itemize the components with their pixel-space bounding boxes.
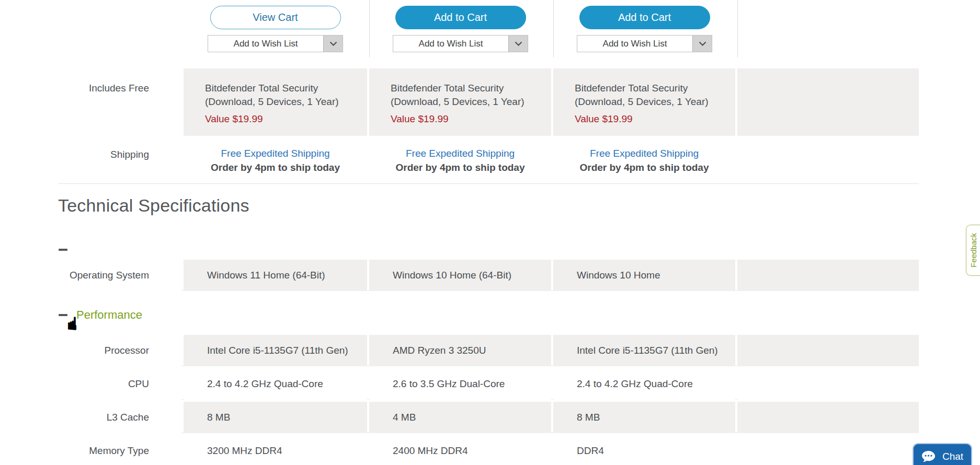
product-actions-empty	[737, 0, 919, 57]
spec-label: Operating System	[58, 260, 181, 291]
add-to-wishlist-control: Add to Wish List	[577, 35, 712, 52]
row-value-cell: Bitdefender Total Security(Download, 5 D…	[369, 68, 551, 136]
product-bonus-line: (Download, 5 Devices, 1 Year)	[205, 95, 346, 109]
spec-value: Intel Core i5-1135G7 (11th Gen)	[553, 335, 735, 366]
section-header	[58, 249, 919, 251]
add-to-wishlist-control: Add to Wish List	[393, 35, 528, 52]
product-bonus-line: Bitdefender Total Security	[575, 82, 714, 95]
spec-empty-cell	[737, 435, 919, 465]
spec-row: CPU2.4 to 4.2 GHz Quad-Core2.6 to 3.5 GH…	[58, 368, 919, 400]
chat-bubble-icon	[921, 450, 936, 463]
row-value-cell: Bitdefender Total Security(Download, 5 D…	[184, 68, 367, 136]
spec-row: Memory Type3200 MHz DDR42400 MHz DDR4DDR…	[58, 435, 919, 465]
shipping-cutoff-note: Order by 4pm to ship today	[553, 162, 735, 173]
spec-value: DDR4	[553, 435, 735, 465]
row-value-cell: Bitdefender Total Security(Download, 5 D…	[553, 68, 735, 136]
spec-empty-cell	[737, 368, 919, 400]
chat-button-label: Chat	[942, 451, 963, 462]
spec-value: Windows 11 Home (64-Bit)	[184, 260, 367, 291]
add-to-wishlist-button[interactable]: Add to Wish List	[393, 36, 508, 52]
bonus-value-text: Value $19.99	[205, 113, 346, 125]
chevron-down-icon	[515, 41, 522, 46]
spec-label: CPU	[58, 368, 181, 400]
spec-row: L3 Cache8 MB4 MB8 MB	[58, 402, 919, 433]
row-value-cell: Free Expedited ShippingOrder by 4pm to s…	[553, 138, 735, 183]
spec-row: ProcessorIntel Core i5-1135G7 (11th Gen)…	[58, 335, 919, 366]
spec-value: AMD Ryzen 3 3250U	[369, 335, 551, 366]
page-title: Technical Specifications	[58, 194, 919, 217]
spec-value: 3200 MHz DDR4	[184, 435, 367, 465]
free-expedited-shipping-link[interactable]: Free Expedited Shipping	[221, 148, 329, 159]
free-expedited-shipping-link[interactable]: Free Expedited Shipping	[406, 148, 515, 159]
spec-value: 2.6 to 3.5 GHz Dual-Core	[369, 368, 551, 400]
product-actions-column: View CartAdd to Wish List	[184, 0, 367, 57]
add-to-wishlist-button[interactable]: Add to Wish List	[208, 36, 323, 52]
bonus-value-text: Value $19.99	[575, 113, 714, 125]
bonus-value-text: Value $19.99	[391, 113, 530, 125]
feedback-tab-label: Feedback	[969, 233, 978, 268]
spec-label: Processor	[58, 335, 181, 366]
spec-label: L3 Cache	[58, 402, 181, 433]
spec-empty-cell	[737, 402, 919, 433]
section-collapse-toggle[interactable]	[59, 249, 67, 251]
free-expedited-shipping-link[interactable]: Free Expedited Shipping	[590, 148, 699, 159]
product-comparison-page: { "colors": { "accent_blue": "#1e95c8", …	[0, 0, 980, 465]
row-label: Includes Free	[58, 68, 181, 136]
spec-value: Windows 10 Home	[553, 260, 735, 291]
wishlist-dropdown-toggle[interactable]	[692, 36, 712, 52]
spec-value: 2.4 to 4.2 GHz Quad-Core	[553, 368, 735, 400]
wishlist-dropdown-toggle[interactable]	[323, 36, 343, 52]
section-header: Performance	[58, 307, 919, 323]
comparison-table: View CartAdd to Wish ListAdd to CartAdd …	[58, 0, 919, 465]
spec-value: Windows 10 Home (64-Bit)	[369, 260, 551, 291]
add-to-wishlist-button[interactable]: Add to Wish List	[577, 36, 692, 52]
spec-value: 8 MB	[553, 402, 735, 433]
row-value-cell: Free Expedited ShippingOrder by 4pm to s…	[369, 138, 551, 183]
spec-value: Intel Core i5-1135G7 (11th Gen)	[184, 335, 367, 366]
shipping-cutoff-note: Order by 4pm to ship today	[184, 162, 367, 173]
add-to-cart-button[interactable]: Add to Cart	[395, 6, 526, 29]
shipping-row: ShippingFree Expedited ShippingOrder by …	[58, 138, 919, 184]
product-actions-band: View CartAdd to Wish ListAdd to CartAdd …	[58, 0, 919, 68]
spec-value: 4 MB	[369, 402, 551, 433]
shipping-cutoff-note: Order by 4pm to ship today	[369, 162, 551, 173]
includes-free-row: Includes FreeBitdefender Total Security(…	[58, 68, 919, 136]
wishlist-dropdown-toggle[interactable]	[508, 36, 528, 52]
spec-value: 2.4 to 4.2 GHz Quad-Core	[184, 368, 367, 400]
spec-empty-cell	[737, 260, 919, 291]
add-to-wishlist-control: Add to Wish List	[208, 35, 343, 52]
add-to-cart-button[interactable]: Add to Cart	[579, 6, 710, 29]
row-label: Shipping	[58, 138, 181, 183]
section-collapse-toggle[interactable]	[59, 314, 67, 316]
product-actions-column: Add to CartAdd to Wish List	[369, 0, 551, 57]
spec-value: 8 MB	[184, 402, 367, 433]
spec-empty-cell	[737, 335, 919, 366]
spec-value: 2400 MHz DDR4	[369, 435, 551, 465]
chevron-down-icon	[329, 41, 337, 46]
row-value-cell: Free Expedited ShippingOrder by 4pm to s…	[184, 138, 367, 183]
row-empty-cell	[737, 138, 919, 183]
feedback-tab[interactable]: Feedback	[966, 225, 980, 276]
spec-label: Memory Type	[58, 435, 181, 465]
product-bonus-line: (Download, 5 Devices, 1 Year)	[391, 95, 530, 109]
product-actions-column: Add to CartAdd to Wish List	[553, 0, 735, 57]
row-empty-cell	[737, 68, 919, 136]
specs-table: Operating SystemWindows 11 Home (64-Bit)…	[58, 249, 919, 465]
product-bonus-line: Bitdefender Total Security	[391, 82, 530, 95]
spec-row: Operating SystemWindows 11 Home (64-Bit)…	[58, 260, 919, 291]
chevron-down-icon	[699, 41, 706, 46]
header-spacer	[58, 0, 181, 57]
product-bonus-line: Bitdefender Total Security	[205, 82, 346, 95]
chat-button[interactable]: Chat	[914, 444, 971, 465]
product-bonus-line: (Download, 5 Devices, 1 Year)	[575, 95, 714, 109]
view-cart-button[interactable]: View Cart	[210, 6, 341, 29]
section-title: Performance	[76, 308, 142, 322]
